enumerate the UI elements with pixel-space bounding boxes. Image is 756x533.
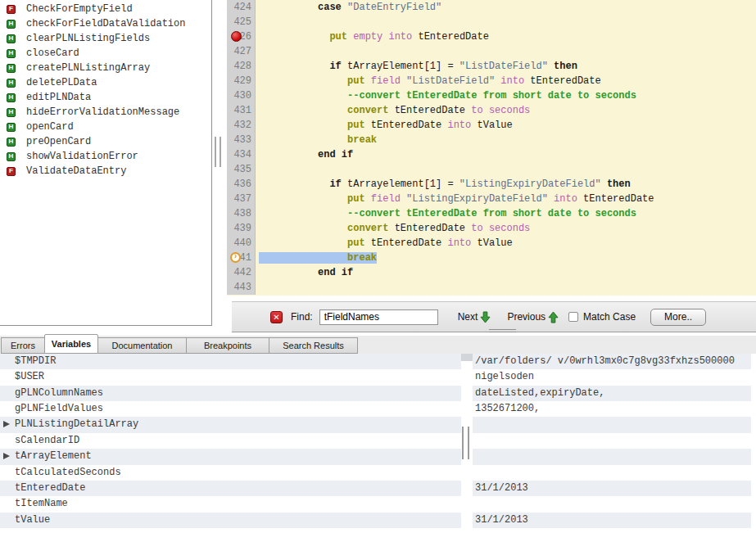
code-line[interactable]: break xyxy=(256,133,377,147)
find-previous-button[interactable]: Previous xyxy=(507,311,559,323)
variable-name: PLNListingDetailArray xyxy=(0,417,461,432)
code-line[interactable]: convert tEnteredDate to seconds xyxy=(256,103,530,118)
more-button[interactable]: More.. xyxy=(650,309,706,326)
variable-row[interactable]: gPLNColumnNamesdateListed,expiryDate, xyxy=(0,386,756,401)
tab-errors[interactable]: Errors xyxy=(1,337,45,354)
handler-list-item[interactable]: HcreatePLNListingArray xyxy=(0,61,211,75)
line-number[interactable]: 427 xyxy=(227,44,256,59)
variable-row[interactable]: sCalendarID xyxy=(0,433,756,449)
line-number[interactable]: 443 xyxy=(227,280,256,295)
code-line[interactable] xyxy=(256,280,259,295)
line-number[interactable]: 434 xyxy=(227,147,256,162)
variable-value xyxy=(473,449,751,464)
find-bar-resize-handle[interactable] xyxy=(489,329,516,332)
line-number[interactable]: 435 xyxy=(227,162,256,177)
line-number[interactable]: 436 xyxy=(227,177,256,192)
code-row: 437 put field "ListingExpiryDateField" i… xyxy=(227,192,756,206)
row-edge xyxy=(751,433,756,449)
variable-row[interactable]: tCalculatedSeconds xyxy=(0,465,756,481)
line-number[interactable]: 437 xyxy=(227,192,256,206)
handler-list-item[interactable]: HcloseCard xyxy=(0,46,211,61)
column-splitter-handle-icon[interactable] xyxy=(462,427,469,459)
line-number[interactable]: 432 xyxy=(227,118,256,133)
handler-list-item[interactable]: FValidateDataEntry xyxy=(0,164,211,178)
code-line[interactable]: break xyxy=(256,251,377,265)
code-line[interactable]: if tArrayelement[1] = "ListingExpiryDate… xyxy=(256,177,631,192)
handler-list-item[interactable]: HhideErrorValidationMessage xyxy=(0,105,211,120)
line-number[interactable]: 430 xyxy=(227,88,256,103)
line-number[interactable]: 428 xyxy=(227,59,256,74)
code-line[interactable]: put empty into tEnteredDate xyxy=(256,29,489,44)
tab-search-results[interactable]: Search Results xyxy=(269,337,358,354)
column-divider xyxy=(461,369,473,385)
handler-list-item[interactable]: HeditPLNData xyxy=(0,90,211,105)
breakpoint-icon[interactable] xyxy=(231,31,242,42)
code-line[interactable]: put field "ListingExpiryDateField" into … xyxy=(256,192,654,206)
code-line[interactable]: end if xyxy=(256,265,353,280)
handler-list-item[interactable]: HopenCard xyxy=(0,120,211,134)
disclosure-triangle-icon[interactable] xyxy=(3,421,10,427)
variable-row[interactable]: $TMPDIR/var/folders/ v/0wrhl3mx0c7g8vg33… xyxy=(0,354,756,369)
vertical-splitter-handle-icon[interactable] xyxy=(215,137,221,167)
line-number[interactable]: 440 xyxy=(227,236,256,251)
disclosure-triangle-icon[interactable] xyxy=(3,453,10,459)
row-edge xyxy=(751,401,756,417)
variable-row[interactable]: gPLNFieldValues1352671200, xyxy=(0,401,756,417)
handler-name: ValidateDataEntry xyxy=(26,165,126,177)
line-number[interactable]: 442 xyxy=(227,265,256,280)
code-line[interactable]: end if xyxy=(256,147,353,162)
code-row: 434 end if xyxy=(227,147,756,162)
line-number[interactable]: 439 xyxy=(227,221,256,236)
line-number[interactable]: 441› xyxy=(227,251,256,265)
tab-documentation[interactable]: Documentation xyxy=(97,337,187,354)
find-next-button[interactable]: Next xyxy=(458,311,491,323)
line-number[interactable]: 438 xyxy=(227,206,256,221)
variable-row[interactable]: tEnteredDate31/1/2013 xyxy=(0,481,756,496)
handler-list-item[interactable]: HclearPLNListingFields xyxy=(0,31,211,46)
code-line[interactable] xyxy=(256,162,259,177)
code-row: 428 if tArrayElement[1] = "ListDateField… xyxy=(227,59,756,74)
variable-name: $USER xyxy=(0,369,461,385)
code-row: 431 convert tEnteredDate to seconds xyxy=(227,103,756,118)
line-number[interactable]: 431 xyxy=(227,103,256,118)
handler-icon: H xyxy=(7,64,16,73)
handler-list-item[interactable]: HdeletePLData xyxy=(0,75,211,90)
tab-breakpoints[interactable]: Breakpoints xyxy=(186,337,269,354)
line-number[interactable]: 425 xyxy=(227,15,256,29)
variable-row[interactable]: tItemName xyxy=(0,496,756,512)
variable-value: /var/folders/ v/0wrhl3mx0c7g8vg33fxhzs50… xyxy=(473,354,751,369)
code-line[interactable]: --convert tEnteredDate from short date t… xyxy=(256,88,636,103)
variable-row[interactable]: tArrayElement xyxy=(0,449,756,464)
handler-name: closeCard xyxy=(26,47,79,59)
code-line[interactable]: if tArrayElement[1] = "ListDateField" th… xyxy=(256,59,577,74)
find-previous-label: Previous xyxy=(507,311,545,323)
line-number[interactable]: 433 xyxy=(227,133,256,147)
code-line[interactable]: put field "ListDateField" into tEnteredD… xyxy=(256,74,601,88)
handler-list-item[interactable]: FCheckForEmptyField xyxy=(0,2,211,16)
variable-row[interactable]: $USERnigelsoden xyxy=(0,369,756,385)
line-number[interactable]: 424 xyxy=(227,0,256,15)
handler-name: preOpenCard xyxy=(26,136,91,147)
handler-list-item[interactable]: HshowValidationError xyxy=(0,149,211,164)
variable-row[interactable]: PLNListingDetailArray xyxy=(0,417,756,432)
variable-row[interactable]: tValue31/1/2013 xyxy=(0,513,756,528)
code-row: 425 xyxy=(227,15,756,29)
code-line[interactable]: put tEnteredDate into tValue xyxy=(256,118,513,133)
tab-variables[interactable]: Variables xyxy=(44,334,98,354)
handler-list-item[interactable]: HpreOpenCard xyxy=(0,134,211,149)
code-line[interactable]: --convert tEnteredDate from short date t… xyxy=(256,206,636,221)
line-number[interactable]: 429 xyxy=(227,74,256,88)
match-case-checkbox[interactable] xyxy=(568,312,578,322)
code-line[interactable]: case "DateEntryField" xyxy=(256,0,441,15)
code-line[interactable] xyxy=(256,44,259,59)
code-line[interactable]: put tEnteredDate into tValue xyxy=(256,236,513,251)
code-line[interactable] xyxy=(256,15,259,29)
close-find-icon[interactable]: ✕ xyxy=(270,311,283,323)
handler-name: clearPLNListingFields xyxy=(26,33,150,44)
handler-list-item[interactable]: HcheckForFieldDataValidation xyxy=(0,16,211,31)
find-input[interactable] xyxy=(319,309,438,325)
line-number[interactable]: 426 xyxy=(227,29,256,44)
code-line[interactable]: convert tEnteredDate to seconds xyxy=(256,221,530,236)
row-edge xyxy=(751,496,756,512)
variable-name: gPLNFieldValues xyxy=(0,401,461,417)
